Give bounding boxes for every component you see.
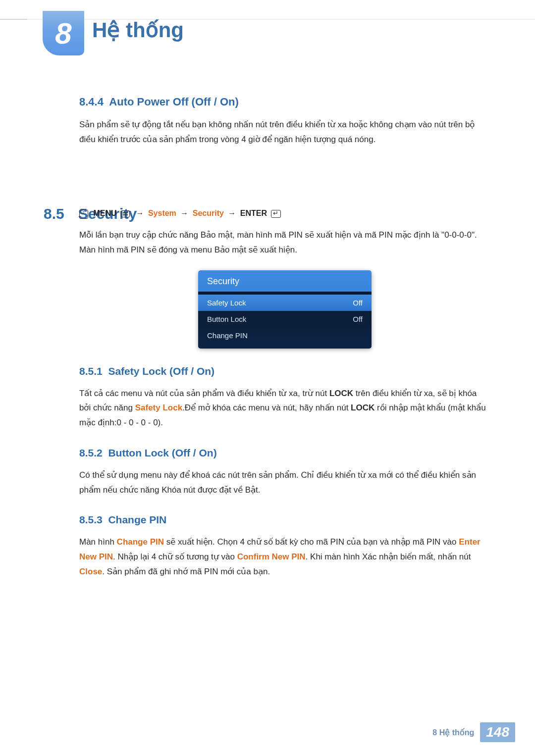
term-safety-lock: Safety Lock bbox=[135, 403, 182, 412]
osd-row-safety-lock[interactable]: Safety Lock Off bbox=[198, 295, 372, 311]
term-change-pin: Change PIN bbox=[117, 537, 164, 547]
nav-system: System bbox=[148, 209, 176, 217]
osd-body: Safety Lock Off Button Lock Off Change P… bbox=[198, 292, 372, 349]
text: sẽ xuất hiện. Chọn 4 chữ số bất kỳ cho m… bbox=[164, 537, 459, 547]
heading-8-5-1: 8.5.1 Safety Lock (Off / On) bbox=[79, 365, 490, 377]
nav-menu-label: MENU bbox=[93, 209, 116, 217]
osd-row-value: Off bbox=[353, 299, 363, 307]
para-8-5-3: Màn hình Change PIN sẽ xuất hiện. Chọn 4… bbox=[79, 535, 490, 579]
osd-row-label: Change PIN bbox=[207, 331, 248, 340]
chapter-title: Hệ thống bbox=[92, 18, 184, 42]
term-lock: LOCK bbox=[351, 403, 374, 412]
osd-row-value: Off bbox=[353, 315, 363, 323]
heading-title: Button Lock (Off / On) bbox=[108, 447, 216, 458]
nav-enter-label: ENTER bbox=[240, 209, 267, 217]
hand-icon bbox=[79, 209, 88, 219]
menu-navigation-path: MENU → System → Security → ENTER bbox=[79, 209, 490, 219]
heading-number: 8.4.4 bbox=[79, 96, 104, 108]
osd-row-label: Button Lock bbox=[207, 315, 246, 323]
chapter-number-badge: 8 bbox=[43, 11, 84, 55]
text: .Để mở khóa các menu và nút, hãy nhấn nú… bbox=[182, 403, 351, 412]
osd-row-change-pin[interactable]: Change PIN bbox=[198, 327, 372, 344]
heading-8-5-3: 8.5.3 Change PIN bbox=[79, 514, 490, 526]
footer-chapter-label: 8 Hệ thống bbox=[432, 728, 474, 737]
para-8-5-1: Tất cả các menu và nút của sản phẩm và đ… bbox=[79, 386, 490, 430]
para-8-4-4: Sản phẩm sẽ tự động tắt nếu bạn không nh… bbox=[79, 117, 490, 147]
heading-number: 8.5.1 bbox=[79, 365, 103, 377]
text: . Khi màn hình Xác nhận biến mất, nhấn n… bbox=[306, 552, 471, 561]
heading-8-5-2: 8.5.2 Button Lock (Off / On) bbox=[79, 447, 490, 459]
heading-title: Change PIN bbox=[108, 514, 166, 525]
heading-title: Auto Power Off (Off / On) bbox=[109, 96, 239, 108]
term-lock: LOCK bbox=[329, 389, 353, 398]
menu-icon bbox=[121, 210, 130, 217]
term-confirm-new-pin: Confirm New PIN bbox=[237, 552, 306, 561]
osd-security-menu: Security Safety Lock Off Button Lock Off… bbox=[198, 270, 372, 349]
term-close: Close bbox=[79, 567, 102, 576]
heading-number: 8.5.2 bbox=[79, 447, 103, 458]
osd-row-button-lock[interactable]: Button Lock Off bbox=[198, 311, 372, 327]
arrow-icon: → bbox=[180, 209, 188, 217]
heading-8-4-4: 8.4.4 Auto Power Off (Off / On) bbox=[79, 96, 490, 108]
text: Tất cả các menu và nút của sản phẩm và đ… bbox=[79, 389, 329, 398]
arrow-icon: → bbox=[136, 209, 144, 217]
text: . Nhập lại 4 chữ số tương tự vào bbox=[113, 552, 237, 561]
para-8-5-2: Có thể sử dụng menu này để khoá các nút … bbox=[79, 468, 490, 498]
chapter-number: 8 bbox=[55, 16, 71, 50]
text: Màn hình bbox=[79, 537, 117, 547]
arrow-icon: → bbox=[228, 209, 236, 217]
nav-security: Security bbox=[193, 209, 224, 217]
heading-number: 8.5.3 bbox=[79, 514, 103, 525]
para-8-5-intro: Mỗi lần bạn truy cập chức năng Bảo mật, … bbox=[79, 228, 490, 257]
page-footer: 8 Hệ thống 148 bbox=[432, 722, 515, 742]
osd-row-label: Safety Lock bbox=[207, 299, 246, 307]
page-number: 148 bbox=[480, 722, 515, 742]
text: . Sản phẩm đã ghi nhớ mã PIN mới của bạn… bbox=[102, 567, 270, 576]
heading-8-5-number: 8.5 bbox=[44, 205, 64, 222]
heading-title: Safety Lock (Off / On) bbox=[108, 365, 214, 377]
enter-icon bbox=[271, 210, 281, 218]
osd-title: Security bbox=[198, 270, 372, 292]
